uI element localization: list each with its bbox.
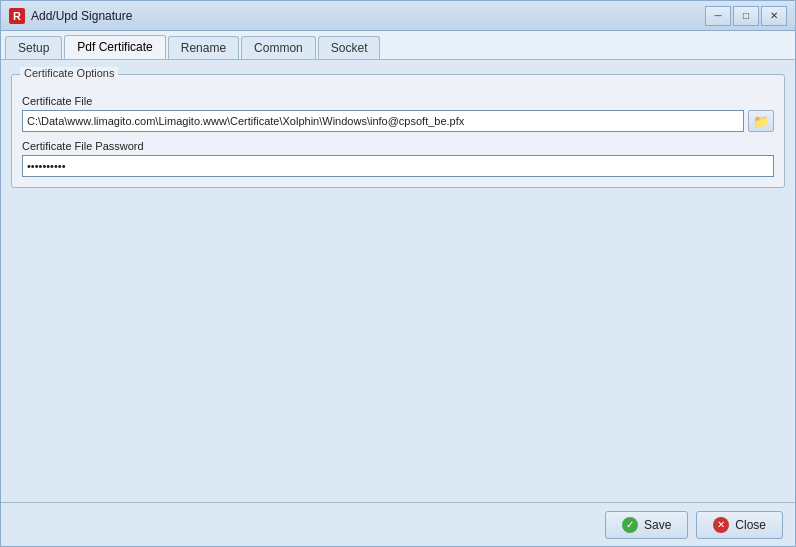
browse-button[interactable]: 📁: [748, 110, 774, 132]
certificate-password-label: Certificate File Password: [22, 140, 774, 152]
certificate-password-input[interactable]: [22, 155, 774, 177]
certificate-file-input[interactable]: [22, 110, 744, 132]
title-bar: R Add/Upd Signature ─ □ ✕: [1, 1, 795, 31]
tab-common[interactable]: Common: [241, 36, 316, 59]
certificate-file-label: Certificate File: [22, 95, 774, 107]
tab-socket[interactable]: Socket: [318, 36, 381, 59]
maximize-button[interactable]: □: [733, 6, 759, 26]
certificate-file-row: 📁: [22, 110, 774, 132]
close-button[interactable]: ✕ Close: [696, 511, 783, 539]
close-label: Close: [735, 518, 766, 532]
tab-pdf-certificate[interactable]: Pdf Certificate: [64, 35, 165, 59]
tab-rename[interactable]: Rename: [168, 36, 239, 59]
window-controls: ─ □ ✕: [705, 6, 787, 26]
window-title: Add/Upd Signature: [31, 9, 705, 23]
certificate-options-group: Certificate Options Certificate File 📁 C…: [11, 74, 785, 188]
tab-setup[interactable]: Setup: [5, 36, 62, 59]
save-icon: ✓: [622, 517, 638, 533]
minimize-button[interactable]: ─: [705, 6, 731, 26]
tab-bar: Setup Pdf Certificate Rename Common Sock…: [1, 31, 795, 60]
app-icon: R: [9, 8, 25, 24]
window-close-button[interactable]: ✕: [761, 6, 787, 26]
main-window: R Add/Upd Signature ─ □ ✕ Setup Pdf Cert…: [0, 0, 796, 547]
button-bar: ✓ Save ✕ Close: [1, 502, 795, 546]
close-icon: ✕: [713, 517, 729, 533]
save-button[interactable]: ✓ Save: [605, 511, 688, 539]
group-box-legend: Certificate Options: [20, 67, 118, 79]
save-label: Save: [644, 518, 671, 532]
folder-icon: 📁: [753, 114, 769, 129]
main-content: Certificate Options Certificate File 📁 C…: [1, 60, 795, 502]
